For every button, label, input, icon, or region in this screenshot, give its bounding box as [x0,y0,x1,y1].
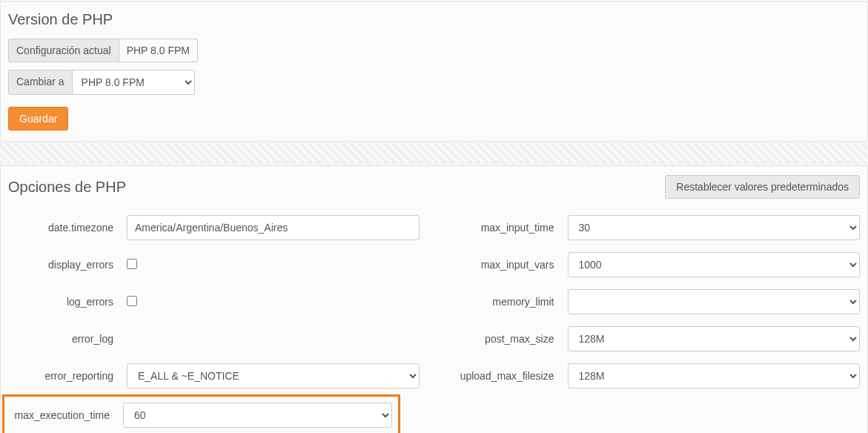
select-error-reporting[interactable]: E_ALL & ~E_NOTICE [127,363,420,389]
select-max-input-vars[interactable]: 1000 [568,252,861,277]
label-error-reporting: error_reporting [8,370,127,382]
label-max-execution-time: max_execution_time [10,409,123,421]
label-date-timezone: date.timezone [8,222,127,234]
label-post-max-size: post_max_size [449,333,568,345]
label-max-input-vars: max_input_vars [449,259,568,271]
php-version-select[interactable]: PHP 8.0 FPM [73,70,195,95]
options-left-column: date.timezone display_errors log_errors … [8,209,420,433]
reset-defaults-button[interactable]: Restablecer valores predeterminados [665,175,860,199]
current-config-value: PHP 8.0 FPM [119,39,198,62]
select-upload-max-filesize[interactable]: 128M [568,363,861,389]
label-log-errors: log_errors [8,296,127,308]
change-to-label: Cambiar a [8,70,73,95]
select-max-execution-time[interactable]: 60 [123,403,392,428]
input-date-timezone[interactable] [127,215,420,240]
row-error-log: error_log [8,320,420,357]
row-max-input-time: max_input_time 30 [449,209,861,246]
label-memory-limit: memory_limit [449,296,568,308]
label-max-input-time: max_input_time [449,222,568,234]
row-error-reporting: error_reporting E_ALL & ~E_NOTICE [8,357,420,394]
select-memory-limit[interactable] [568,289,861,314]
label-upload-max-filesize: upload_max_filesize [449,370,568,382]
options-title: Opciones de PHP [8,179,126,196]
change-to-group: Cambiar a PHP 8.0 FPM [8,70,195,95]
select-post-max-size[interactable]: 128M [568,326,861,351]
row-upload-max-filesize: upload_max_filesize 128M [449,357,861,394]
section-divider [0,143,868,164]
row-date-timezone: date.timezone [8,209,420,246]
version-title: Version de PHP [8,11,860,28]
row-post-max-size: post_max_size 128M [449,320,861,357]
current-config-label: Configuración actual [8,39,119,62]
checkbox-log-errors[interactable] [127,296,137,306]
label-error-log: error_log [8,333,127,345]
save-version-button[interactable]: Guardar [8,107,68,130]
row-memory-limit: memory_limit [449,283,861,320]
row-display-errors: display_errors [8,246,420,283]
php-options-panel: Opciones de PHP Restablecer valores pred… [0,165,868,433]
row-max-execution-time: max_execution_time 60 [2,394,400,433]
label-display-errors: display_errors [8,259,127,271]
select-max-input-time[interactable]: 30 [568,215,861,240]
php-version-panel: Version de PHP Configuración actual PHP … [0,1,868,142]
current-config-group: Configuración actual PHP 8.0 FPM [8,39,198,62]
row-max-input-vars: max_input_vars 1000 [449,246,861,283]
options-right-column: max_input_time 30 max_input_vars 1000 me… [449,209,861,433]
row-log-errors: log_errors [8,283,420,320]
checkbox-display-errors[interactable] [127,259,137,269]
